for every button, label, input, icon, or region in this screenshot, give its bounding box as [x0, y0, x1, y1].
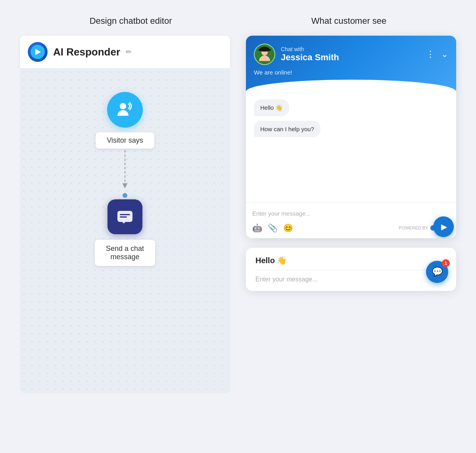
chat-input-area[interactable]: Enter your message... 🤖 📎 😊 POWERED BY 🔵… [246, 203, 456, 238]
chat-with-label: Chat with [281, 46, 339, 52]
play-icon [35, 49, 41, 55]
notif-divider [255, 270, 447, 270]
right-section-title: What customer see [311, 16, 387, 26]
more-options-icon[interactable]: ⋮ [426, 49, 435, 59]
left-section-title: Design chatbot editor [90, 16, 172, 26]
action-icon-box [107, 199, 142, 234]
emoji-icon[interactable]: 😊 [283, 223, 293, 233]
chat-header-user: Chat with Jessica Smith [254, 44, 339, 65]
send-button[interactable]: ▶ [433, 216, 454, 237]
visitor-circle [107, 92, 143, 128]
chat-toolbar: 🤖 📎 😊 POWERED BY 🔵 TIDIO ▶ [252, 221, 450, 235]
chat-messages: Hello 👋 How can I help you? [246, 92, 456, 203]
visitor-node: Visitor says [96, 92, 154, 149]
connector: ▼ [121, 150, 129, 198]
online-status: We are online! [254, 69, 448, 76]
chat-user-info: Chat with Jessica Smith [281, 46, 339, 63]
chat-widget: Chat with Jessica Smith ⋮ ⌄ We are onlin… [246, 36, 456, 238]
chevron-down-icon[interactable]: ⌄ [441, 49, 448, 59]
editor-panel: AI Responder ✏ Visitor says [20, 36, 230, 393]
send-icon: ▶ [441, 222, 447, 231]
avatar-image [255, 44, 274, 64]
bot-icon[interactable]: 🤖 [252, 223, 262, 233]
message-bubble-1: Hello 👋 [254, 99, 289, 116]
notif-input-placeholder[interactable]: Enter your message... [255, 276, 447, 283]
connector-line-vertical [125, 150, 125, 182]
chat-bubble-icon: 💬 [432, 267, 443, 277]
notification-message: Hello 👋 [255, 256, 447, 265]
svg-point-0 [120, 103, 126, 109]
message-bubble-2: How can I help you? [254, 121, 321, 137]
chat-message-icon [115, 207, 135, 227]
toolbar-icons: 🤖 📎 😊 [252, 223, 293, 233]
chat-input-placeholder[interactable]: Enter your message... [252, 208, 450, 221]
arrow-icon: ▼ [121, 180, 129, 191]
bot-name: AI Responder [53, 46, 120, 58]
visitor-label: Visitor says [96, 132, 154, 149]
chat-header-actions: ⋮ ⌄ [426, 49, 448, 59]
editor-header: AI Responder ✏ [20, 36, 230, 68]
notification-card: Hello 👋 Enter your message... 💬 1 [246, 248, 456, 291]
svg-rect-2 [120, 214, 130, 215]
bot-logo [28, 42, 48, 62]
chat-bubble-button[interactable]: 💬 1 [426, 261, 448, 283]
bot-logo-inner [31, 45, 45, 59]
svg-rect-3 [120, 216, 127, 218]
chat-header: Chat with Jessica Smith ⋮ ⌄ We are onlin… [246, 36, 456, 92]
action-node: Send a chat message [95, 199, 155, 266]
svg-point-7 [258, 48, 271, 52]
visitor-icon [115, 100, 135, 120]
action-label: Send a chat message [95, 240, 155, 266]
chat-header-top: Chat with Jessica Smith ⋮ ⌄ [254, 44, 448, 65]
preview-panel: Chat with Jessica Smith ⋮ ⌄ We are onlin… [246, 36, 456, 291]
notification-badge: 1 [442, 259, 450, 267]
editor-canvas: Visitor says ▼ [20, 68, 230, 393]
attachment-icon[interactable]: 📎 [268, 223, 278, 233]
edit-icon[interactable]: ✏ [126, 48, 132, 56]
chat-user-name: Jessica Smith [281, 52, 339, 63]
header-wave [246, 80, 456, 92]
connector-dot [123, 193, 127, 198]
user-avatar [254, 44, 275, 65]
